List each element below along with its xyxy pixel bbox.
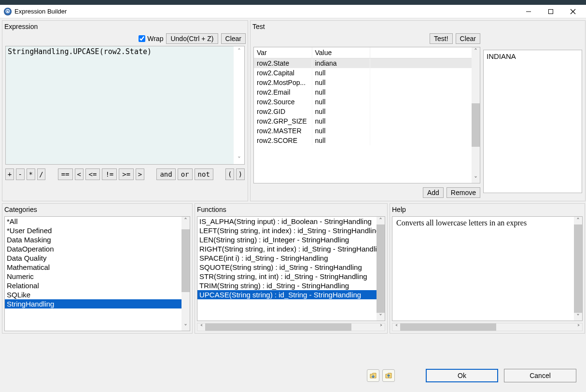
op-and[interactable]: and <box>156 168 175 180</box>
cancel-button[interactable]: Cancel <box>504 369 576 382</box>
category-item[interactable]: DataOperation <box>5 244 190 253</box>
op-lt[interactable]: < <box>75 168 84 180</box>
categories-pane: Categories *All*User DefinedData Masking… <box>2 203 193 334</box>
import-icon[interactable] <box>367 369 379 382</box>
var-cell[interactable]: row2.GID <box>254 107 312 116</box>
category-item[interactable]: Numeric <box>5 272 190 281</box>
undo-button[interactable]: Undo(Ctrl + Z) <box>166 33 218 44</box>
test-result: INDIANA <box>483 50 582 193</box>
table-row[interactable]: row2.MASTERnull <box>254 126 480 136</box>
var-cell[interactable]: row2.Capital <box>254 68 312 78</box>
svg-rect-1 <box>549 9 553 14</box>
value-cell[interactable]: null <box>312 97 370 107</box>
op-gte[interactable]: >= <box>119 168 134 180</box>
expression-input[interactable] <box>6 46 234 164</box>
dialog-footer: Ok Cancel <box>0 359 586 392</box>
category-item[interactable]: Data Masking <box>5 235 190 244</box>
table-row[interactable]: row2.Emailnull <box>254 87 480 97</box>
table-row[interactable]: row2.MostPop...null <box>254 78 480 87</box>
wrap-checkbox[interactable]: Wrap <box>139 35 163 42</box>
functions-hscrollbar[interactable]: ˂ ˃ <box>197 323 385 331</box>
op-not[interactable]: not <box>195 168 213 180</box>
help-text: Converts all lowercase letters in an exp… <box>392 217 530 321</box>
col-value[interactable]: Value <box>312 47 370 58</box>
maximize-button[interactable] <box>540 5 562 18</box>
table-row[interactable]: row2.Stateindiana <box>254 58 480 69</box>
value-cell[interactable]: null <box>312 78 370 87</box>
value-cell[interactable]: null <box>312 107 370 116</box>
function-item[interactable]: TRIM(String string) : id_String - String… <box>197 281 385 290</box>
minimize-button[interactable] <box>517 5 540 18</box>
help-hscrollbar[interactable]: ˂ ˃ <box>392 323 583 331</box>
function-item[interactable]: LEFT(String string, int index) : id_Stri… <box>197 226 385 235</box>
var-cell[interactable]: row2.Email <box>254 87 312 97</box>
var-cell[interactable]: row2.Source <box>254 97 312 107</box>
var-cell[interactable]: row2.MASTER <box>254 126 312 136</box>
categories-list[interactable]: *All*User DefinedData MaskingDataOperati… <box>5 217 190 308</box>
title-bar: ⦿ Expression Builder <box>0 5 586 18</box>
ok-button[interactable]: Ok <box>426 369 498 382</box>
col-var[interactable]: Var <box>254 47 312 58</box>
category-item[interactable]: StringHandling <box>5 299 190 308</box>
table-row[interactable]: row2.Capitalnull <box>254 68 480 78</box>
value-cell[interactable]: null <box>312 116 370 126</box>
functions-list[interactable]: IS_ALPHA(String input) : id_Boolean - St… <box>197 217 385 299</box>
export-icon[interactable] <box>382 369 395 382</box>
value-cell[interactable]: null <box>312 87 370 97</box>
var-cell[interactable]: row2.SCORE <box>254 136 312 145</box>
remove-variable-button[interactable]: Remove <box>446 187 480 198</box>
function-item[interactable]: SPACE(int i) : id_String - StringHandlin… <box>197 253 385 263</box>
op-eq[interactable]: == <box>58 168 73 180</box>
table-row[interactable]: row2.SCOREnull <box>254 136 480 145</box>
var-cell[interactable]: row2.MostPop... <box>254 78 312 87</box>
value-cell[interactable]: null <box>312 68 370 78</box>
test-button[interactable]: Test! <box>430 33 453 44</box>
category-item[interactable]: *User Defined <box>5 226 190 235</box>
categories-scrollbar[interactable]: ˄ ˅ <box>181 217 190 331</box>
variables-table[interactable]: Var Value row2.Stateindianarow2.Capitaln… <box>253 47 480 183</box>
expression-scrollbar[interactable]: ˄˅ <box>235 47 243 163</box>
variables-scrollbar[interactable]: ˄ ˅ <box>472 47 480 183</box>
add-variable-button[interactable]: Add <box>423 187 444 198</box>
category-item[interactable]: Relational <box>5 281 190 290</box>
op-gt[interactable]: > <box>136 168 144 180</box>
category-item[interactable]: SQLike <box>5 290 190 299</box>
function-item[interactable]: RIGHT(String string, int index) : id_Str… <box>197 244 385 253</box>
help-label: Help <box>390 204 585 216</box>
wrap-checkbox-input[interactable] <box>139 35 145 42</box>
op-neq[interactable]: != <box>102 168 117 180</box>
op-plus[interactable]: + <box>5 168 14 180</box>
clear-expression-button[interactable]: Clear <box>221 33 246 44</box>
op-rparen[interactable]: ) <box>236 168 245 180</box>
category-item[interactable]: *All <box>5 217 190 226</box>
var-cell[interactable]: row2.State <box>254 58 312 69</box>
op-lte[interactable]: <= <box>85 168 100 180</box>
function-item[interactable]: IS_ALPHA(String input) : id_Boolean - St… <box>197 217 385 226</box>
close-button[interactable] <box>562 5 584 18</box>
table-row[interactable]: row2.GIDnull <box>254 107 480 116</box>
function-item[interactable]: SQUOTE(String string) : id_String - Stri… <box>197 263 385 272</box>
op-minus[interactable]: - <box>16 168 25 180</box>
op-mul[interactable]: * <box>27 168 35 180</box>
value-cell[interactable]: null <box>312 136 370 145</box>
function-item[interactable]: UPCASE(String string) : id_String - Stri… <box>197 290 385 299</box>
category-item[interactable]: Mathematical <box>5 263 190 272</box>
op-lparen[interactable]: ( <box>225 168 234 180</box>
op-div[interactable]: / <box>37 168 46 180</box>
test-pane: Test Test! Clear Var Value row2.Stateind… <box>250 20 586 201</box>
category-item[interactable]: Data Quality <box>5 253 190 263</box>
value-cell[interactable]: null <box>312 126 370 136</box>
function-item[interactable]: STR(String string, int int) : id_String … <box>197 272 385 281</box>
functions-pane: Functions IS_ALPHA(String input) : id_Bo… <box>195 203 388 334</box>
functions-label: Functions <box>195 204 387 216</box>
table-row[interactable]: row2.Sourcenull <box>254 97 480 107</box>
functions-scrollbar[interactable]: ˄ ˅ <box>377 217 385 321</box>
clear-test-button[interactable]: Clear <box>456 33 480 44</box>
categories-label: Categories <box>2 204 192 216</box>
help-scrollbar[interactable]: ˄ ˅ <box>574 217 582 321</box>
op-or[interactable]: or <box>178 168 193 180</box>
function-item[interactable]: LEN(String string) : id_Integer - String… <box>197 235 385 244</box>
value-cell[interactable]: indiana <box>312 58 370 69</box>
table-row[interactable]: row2.GRP_SIZEnull <box>254 116 480 126</box>
var-cell[interactable]: row2.GRP_SIZE <box>254 116 312 126</box>
